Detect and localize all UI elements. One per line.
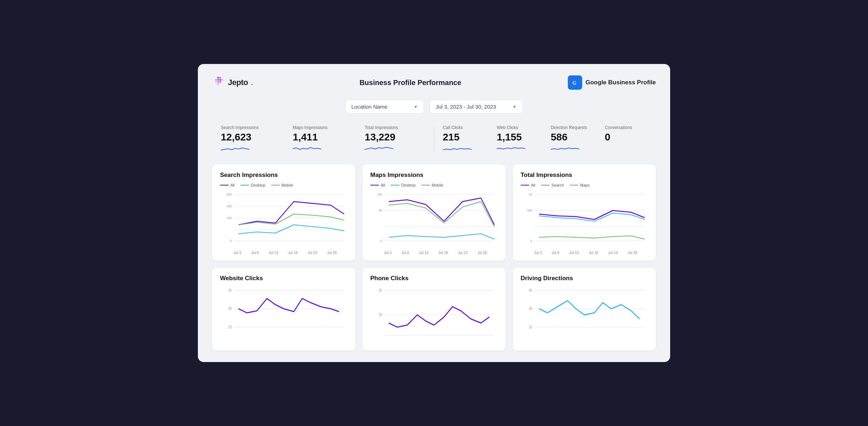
legend-line-icon (521, 185, 529, 185)
legend-line-icon (391, 185, 399, 185)
svg-text:50: 50 (379, 209, 382, 212)
svg-text:0: 0 (230, 239, 232, 243)
svg-text:60: 60 (529, 288, 532, 292)
stat-web-clicks: Web Clicks 1,155 (491, 125, 545, 153)
sparkline-total (365, 145, 393, 152)
x-label: Jul 13 (269, 251, 278, 255)
stat-conversations: Conversations 0 (599, 125, 653, 153)
svg-text:60: 60 (228, 288, 231, 292)
svg-text:20: 20 (228, 325, 231, 329)
stat-search-impressions: Search Impressions 12,623 (215, 125, 287, 153)
legend-label: All (531, 183, 535, 187)
legend-label: Desktop (251, 183, 265, 187)
total-impressions-card: Total Impressions All Search Maps (513, 164, 656, 261)
date-range-select[interactable]: Jul 3, 2023 - Jul 30, 2023 ▼ (430, 100, 523, 114)
legend-label: Desktop (401, 183, 415, 187)
clicks-group: Call Clicks 215 Web Clicks 1,155 Directi… (437, 125, 653, 153)
chart-legend: All Search Maps (521, 183, 648, 187)
legend-search: Search (541, 183, 564, 187)
date-range-label: Jul 3, 2023 - Jul 30, 2023 (436, 104, 496, 110)
legend-label: Mobile (282, 183, 293, 187)
svg-rect-1 (219, 77, 221, 79)
x-label: Jul 23 (458, 251, 468, 255)
x-label: Jul 28 (477, 251, 487, 255)
maps-impressions-svg: 100 50 0 (370, 191, 498, 248)
legend-all: All (220, 183, 235, 187)
svg-text:40: 40 (228, 306, 231, 311)
driving-directions-card: Driving Directions 60 40 20 (513, 268, 656, 351)
stat-value: 12,623 (221, 132, 281, 143)
x-label: Jul 18 (589, 251, 598, 255)
location-label: Location Name (351, 104, 387, 110)
chart-title: Driving Directions (521, 275, 648, 282)
location-select[interactable]: Location Name ▼ (345, 100, 424, 114)
sparkline-direction (551, 145, 579, 152)
page-title: Business Profile Performance (360, 79, 462, 87)
svg-text:500: 500 (527, 209, 532, 212)
stat-label: Total Impressions (365, 125, 425, 130)
svg-rect-9 (217, 83, 219, 85)
search-impressions-card: Search Impressions All Desktop Mobile (212, 164, 355, 261)
legend-line-icon (541, 185, 550, 185)
sparkline-search (221, 145, 249, 152)
gbp-icon: G (568, 75, 582, 90)
stat-label: Search Impressions (221, 125, 281, 130)
svg-rect-6 (215, 81, 217, 83)
legend-label: Maps (580, 183, 590, 187)
x-labels: Jul 3 Jul 8 Jul 13 Jul 18 Jul 23 Jul 28 (370, 249, 498, 255)
svg-text:0: 0 (531, 239, 532, 243)
stat-label: Maps Impressions (293, 125, 353, 130)
stat-value: 1,155 (497, 132, 539, 143)
website-clicks-card: Website Clicks 60 40 20 (212, 268, 355, 351)
svg-text:10: 10 (379, 313, 382, 317)
x-label: Jul 8 (251, 251, 259, 255)
svg-rect-3 (217, 79, 219, 81)
legend-label: All (230, 183, 235, 187)
svg-text:400: 400 (227, 204, 232, 208)
legend-label: All (381, 183, 385, 187)
charts-grid: Search Impressions All Desktop Mobile (212, 164, 656, 351)
legend-label: Mobile (432, 183, 443, 187)
legend-line-icon (240, 185, 249, 185)
legend-desktop: Desktop (391, 183, 415, 187)
svg-text:0: 0 (380, 239, 382, 243)
stats-row: Search Impressions 12,623 Maps Impressio… (212, 125, 656, 153)
svg-text:G: G (572, 80, 576, 86)
chart-title: Phone Clicks (370, 275, 498, 282)
svg-text:200: 200 (227, 216, 232, 220)
legend-desktop: Desktop (240, 183, 265, 187)
svg-text:1K: 1K (528, 193, 532, 196)
legend-all: All (370, 183, 385, 187)
chart-legend: All Desktop Mobile (370, 183, 498, 187)
x-label: Jul 23 (308, 251, 317, 255)
svg-rect-7 (217, 81, 219, 83)
stat-label: Web Clicks (497, 125, 539, 130)
website-clicks-svg: 60 40 20 (220, 286, 347, 343)
phone-clicks-card: Phone Clicks 20 10 (362, 268, 506, 351)
svg-rect-0 (217, 77, 219, 79)
chart-title: Maps Impressions (370, 172, 498, 179)
stat-value: 13,229 (365, 132, 425, 143)
sparkline-call (443, 145, 472, 152)
stat-direction-requests: Direction Requests 586 (545, 125, 599, 153)
sparkline-web (497, 145, 525, 152)
stat-label: Direction Requests (551, 125, 593, 130)
svg-rect-5 (221, 79, 223, 81)
legend-line-icon (370, 185, 379, 185)
date-range-arrow-icon: ▼ (512, 104, 517, 109)
legend-maps: Maps (570, 183, 590, 187)
x-label: Jul 3 (384, 251, 391, 255)
svg-text:600: 600 (227, 193, 232, 196)
stats-divider (434, 127, 434, 152)
x-label: Jul 13 (419, 251, 429, 255)
x-label: Jul 13 (569, 251, 579, 255)
search-impressions-svg: 600 400 200 0 (220, 191, 347, 248)
filters-row: Location Name ▼ Jul 3, 2023 - Jul 30, 20… (212, 100, 656, 114)
chart-title: Website Clicks (220, 275, 347, 282)
svg-rect-8 (219, 81, 221, 83)
x-label: Jul 23 (608, 251, 618, 255)
svg-rect-2 (215, 79, 217, 81)
maps-impressions-card: Maps Impressions All Desktop Mobile (362, 164, 506, 261)
x-labels: Jul 3 Jul 8 Jul 13 Jul 18 Jul 23 Jul 28 (220, 249, 347, 255)
svg-text:20: 20 (379, 288, 382, 292)
